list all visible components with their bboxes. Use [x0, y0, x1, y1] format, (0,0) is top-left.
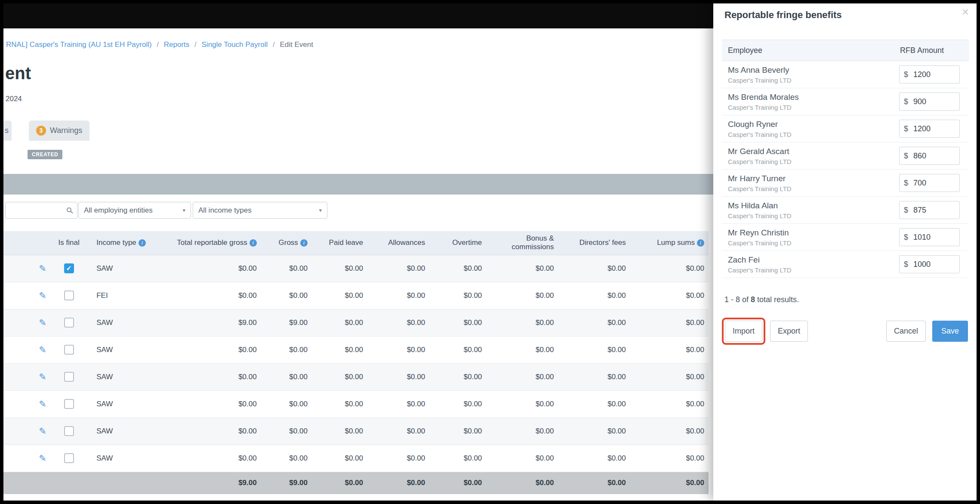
import-button[interactable]: Import: [725, 321, 762, 342]
amount-cell: $0.00: [429, 417, 486, 445]
is-final-checkbox[interactable]: [64, 318, 74, 328]
stp-table-row: ✎SAW$0.00$0.00$0.00$0.00$0.00$0.00$0.00$…: [3, 390, 709, 417]
column-header-employee: Employee: [722, 40, 894, 61]
rfb-amount-cell: $: [894, 142, 969, 170]
amount-cell: $0.00: [558, 417, 630, 445]
is-final-checkbox[interactable]: [64, 426, 74, 436]
totals-cell: $0.00: [558, 472, 630, 494]
amount-cell: $0.00: [312, 309, 367, 336]
breadcrumb-item[interactable]: Single Touch Payroll: [202, 40, 268, 49]
export-button[interactable]: Export: [770, 321, 808, 342]
income-type-cell: SAW: [83, 445, 175, 472]
breadcrumb-item: Edit Event: [280, 40, 313, 49]
rfb-amount-input[interactable]: [912, 70, 954, 80]
is-final-checkbox[interactable]: [64, 399, 74, 409]
page-subtitle-date: 2024: [6, 95, 22, 103]
rfb-amount-cell: $: [894, 224, 969, 251]
is-final-checkbox[interactable]: [64, 372, 74, 382]
edit-pencil-icon[interactable]: ✎: [39, 426, 46, 436]
close-icon[interactable]: ×: [962, 6, 969, 18]
column-header-label: Income type: [96, 238, 136, 247]
rfb-amount-input[interactable]: [912, 124, 954, 134]
totals-cell: $9.00: [261, 472, 312, 494]
tab-warnings[interactable]: 3 Warnings: [29, 121, 89, 141]
amount-cell: $0.00: [175, 336, 261, 363]
edit-cell: ✎: [31, 417, 54, 445]
column-header-allowances: Allowances: [367, 231, 429, 255]
edit-pencil-icon[interactable]: ✎: [39, 453, 46, 464]
rfb-employee-cell: Ms Hilda AlanCasper's Training LTD: [722, 197, 894, 224]
amount-cell: $0.00: [312, 417, 367, 445]
is-final-checkbox[interactable]: ✓: [64, 263, 74, 273]
is-final-checkbox[interactable]: [64, 345, 74, 355]
rfb-amount-input[interactable]: [912, 97, 954, 107]
rfb-amount-input[interactable]: [912, 151, 954, 161]
annotation-highlight: Import: [722, 318, 765, 345]
amount-cell: $0.00: [486, 255, 558, 282]
rfb-amount-cell: $: [894, 197, 969, 224]
employing-entities-dropdown[interactable]: All employing entities ▾: [78, 202, 191, 219]
rfb-header-row: Employee RFB Amount: [722, 40, 969, 61]
info-icon: i: [139, 239, 146, 247]
warnings-count-badge: 3: [36, 126, 46, 136]
edit-pencil-icon[interactable]: ✎: [39, 263, 46, 274]
edit-cell: ✎: [31, 390, 54, 417]
employee-name: Ms Hilda Alan: [728, 201, 894, 210]
breadcrumb-item[interactable]: RNAL] Casper's Training (AU 1st EH Payro…: [6, 40, 152, 49]
rfb-amount-field: $: [899, 255, 960, 273]
tab-fragment[interactable]: s: [3, 121, 12, 141]
rfb-amount-input[interactable]: [912, 260, 954, 269]
income-type-cell: SAW: [83, 390, 175, 417]
panel-title: Reportable fringe benefits: [724, 9, 842, 21]
rfb-row: Ms Brenda MoralesCasper's Training LTD$: [722, 88, 969, 115]
is-final-checkbox[interactable]: [64, 291, 74, 300]
rfb-row: Zach FeiCasper's Training LTD$: [722, 251, 969, 278]
amount-cell: $0.00: [261, 390, 312, 417]
is-final-cell: [54, 363, 83, 390]
is-final-checkbox[interactable]: [64, 453, 74, 463]
rfb-amount-input[interactable]: [912, 232, 954, 242]
search-icon: [67, 207, 71, 212]
amount-cell: $0.00: [558, 255, 630, 282]
income-type-cell: SAW: [83, 417, 175, 445]
rfb-row: Mr Reyn ChristinCasper's Training LTD$: [722, 224, 969, 251]
column-header-rfb-amount: RFB Amount: [894, 40, 969, 61]
currency-prefix: $: [900, 97, 912, 106]
column-header-bonus-commissions: Bonus & commissions: [486, 231, 558, 255]
totals-cell: $0.00: [312, 472, 367, 494]
cancel-button[interactable]: Cancel: [886, 321, 926, 342]
totals-empty-cell: [54, 472, 83, 494]
is-final-cell: [54, 417, 83, 445]
amount-cell: $0.00: [630, 363, 709, 390]
rfb-amount-input[interactable]: [912, 178, 954, 188]
breadcrumb-item[interactable]: Reports: [164, 40, 190, 49]
edit-pencil-icon[interactable]: ✎: [39, 291, 46, 301]
edit-cell: ✎: [31, 309, 54, 336]
currency-prefix: $: [900, 233, 912, 242]
amount-cell: $0.00: [558, 309, 630, 336]
edit-pencil-icon[interactable]: ✎: [39, 372, 46, 382]
edit-pencil-icon[interactable]: ✎: [39, 399, 46, 409]
income-types-dropdown[interactable]: All income types ▾: [193, 202, 327, 219]
is-final-cell: ✓: [54, 255, 83, 282]
amount-cell: $0.00: [367, 255, 429, 282]
amount-cell: $0.00: [367, 336, 429, 363]
amount-cell: $0.00: [261, 445, 312, 472]
edit-pencil-icon[interactable]: ✎: [39, 345, 46, 355]
currency-prefix: $: [900, 152, 912, 161]
amount-cell: $0.00: [367, 417, 429, 445]
amount-cell: $0.00: [312, 363, 367, 390]
employee-cell: [3, 445, 31, 472]
employee-cell: [3, 282, 31, 309]
rfb-amount-input[interactable]: [912, 205, 954, 215]
amount-cell: $0.00: [367, 363, 429, 390]
results-prefix: 1 - 8 of: [724, 295, 751, 304]
rfb-amount-cell: $: [894, 115, 969, 142]
amount-cell: $0.00: [630, 336, 709, 363]
income-type-cell: SAW: [83, 336, 175, 363]
info-icon: i: [250, 239, 257, 247]
reportable-fringe-benefits-panel: Reportable fringe benefits × Employee RF…: [713, 3, 977, 501]
edit-pencil-icon[interactable]: ✎: [39, 318, 46, 328]
save-button[interactable]: Save: [932, 321, 968, 342]
stp-table-row: ✎✓SAW$0.00$0.00$0.00$0.00$0.00$0.00$0.00…: [3, 255, 709, 282]
